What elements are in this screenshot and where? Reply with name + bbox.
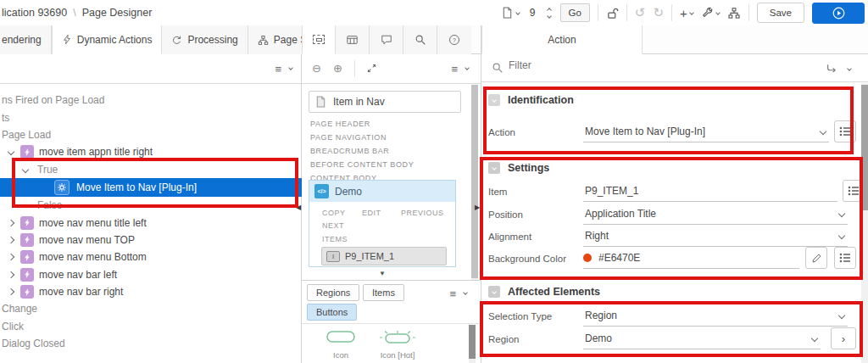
chevron-down-icon[interactable] <box>463 290 468 295</box>
undo-button[interactable]: ↺ <box>635 5 646 20</box>
gallery-scrollbar[interactable] <box>469 325 476 363</box>
zoom-out-icon[interactable]: ⊖ <box>312 62 321 75</box>
chevron-right-icon[interactable] <box>8 288 14 295</box>
tab-processing[interactable]: Processing <box>162 25 248 54</box>
gallery-scrollbar-thumb[interactable] <box>469 325 476 359</box>
tab-search[interactable] <box>403 25 437 54</box>
action-select[interactable]: Move Item to Nav [Plug-In] <box>583 120 829 142</box>
slot-page-header[interactable]: PAGE HEADER <box>310 120 370 128</box>
redo-button[interactable]: ↻ <box>653 5 664 20</box>
region-action-next[interactable]: NEXT <box>322 221 344 230</box>
tree-branch-true[interactable]: True <box>0 161 302 178</box>
menu-icon[interactable]: ≡ <box>451 63 457 75</box>
tab-action[interactable]: Action <box>481 25 643 54</box>
chevron-down-icon[interactable] <box>22 166 29 173</box>
layout-scrollbar[interactable] <box>471 85 478 280</box>
tree-item-move-nav-bar-right[interactable]: move nav bar right <box>0 283 302 300</box>
chevron-right-icon[interactable] <box>8 237 14 243</box>
gallery-tab-items[interactable]: Items <box>363 284 404 301</box>
page-title-box[interactable]: Item in Nav <box>309 91 461 113</box>
help-icon: ? <box>448 34 460 46</box>
lock-button[interactable] <box>606 7 619 20</box>
go-button[interactable]: Go <box>560 3 590 22</box>
page-icon <box>501 6 514 20</box>
chevron-right-icon[interactable] <box>8 219 14 226</box>
background-color-input[interactable]: #E6470E <box>583 247 799 269</box>
chevron-down-icon <box>820 128 826 135</box>
section-settings[interactable]: Settings <box>488 159 549 176</box>
section-affected-elements[interactable]: Affected Elements <box>488 283 600 300</box>
slot-breadcrumb-bar[interactable]: BREADCRUMB BAR <box>310 147 389 155</box>
chevron-down-icon[interactable] <box>8 148 14 155</box>
field-action: Action Move Item to Nav [Plug-In] <box>481 120 868 144</box>
go-to-region-button[interactable]: › <box>831 327 856 349</box>
property-scrollbar[interactable] <box>861 83 868 363</box>
save-button[interactable]: Save <box>757 3 804 23</box>
slot-before-content-body[interactable]: BEFORE CONTENT BODY <box>310 160 414 169</box>
region-select[interactable]: Demo <box>583 327 821 349</box>
layout-scrollbar-thumb[interactable] <box>471 85 478 278</box>
scroll-down-indicator[interactable]: ▼ <box>302 270 463 277</box>
field-label: Item <box>488 187 581 197</box>
tab-rendering[interactable]: endering <box>0 25 52 54</box>
go-to-group-icon[interactable] <box>826 63 837 75</box>
tree-item-move-item-to-nav-selected[interactable]: Move Item to Nav [Plug-In] <box>0 178 302 197</box>
collapse-right-panel-handle[interactable]: ▶ <box>475 204 480 211</box>
tree-item-move-item-appn-title-right[interactable]: move item appn title right <box>0 143 302 160</box>
color-picker-button[interactable] <box>805 247 827 269</box>
chevron-down-icon[interactable] <box>465 65 470 70</box>
background-color-menu-button[interactable] <box>834 247 856 269</box>
list-menu-icon <box>839 126 851 137</box>
region-action-previous[interactable]: PREVIOUS <box>401 209 444 217</box>
zoom-in-icon[interactable]: ⊕ <box>333 62 342 75</box>
region-action-copy[interactable]: COPY <box>322 209 346 217</box>
tab-comments[interactable] <box>370 25 403 54</box>
tree-item-label: Move Item to Nav [Plug-In] <box>76 182 197 193</box>
region-demo[interactable]: </> Demo COPY EDIT PREVIOUS NEXT ITEMS I… <box>309 180 456 267</box>
menu-icon[interactable]: ≡ <box>275 63 281 75</box>
menu-icon[interactable]: ≡ <box>449 288 455 300</box>
slot-page-navigation[interactable]: PAGE NAVIGATION <box>310 133 387 142</box>
page-number-input[interactable]: 9 <box>527 7 538 19</box>
tab-help[interactable]: ? <box>437 25 471 54</box>
region-action-edit[interactable]: EDIT <box>362 209 381 217</box>
utilities-menu-button[interactable] <box>701 7 720 20</box>
collapse-icon[interactable] <box>488 94 500 106</box>
run-page-button[interactable] <box>812 3 865 24</box>
position-select[interactable]: Application Title <box>583 203 848 225</box>
tree-item-move-nav-bar-left[interactable]: move nav bar left <box>0 266 302 283</box>
action-menu-button[interactable] <box>834 120 856 142</box>
page-number-stepper[interactable] <box>546 8 553 18</box>
collapse-icon[interactable] <box>488 162 500 174</box>
filter-input[interactable] <box>509 59 763 71</box>
gallery-item-icon-button[interactable]: Icon <box>311 330 370 360</box>
collapse-icon[interactable] <box>488 286 500 298</box>
breadcrumb-app[interactable]: lication 93690 <box>2 7 67 19</box>
chevron-down-icon[interactable] <box>847 66 852 71</box>
tab-gallery[interactable] <box>336 25 370 54</box>
tree-item-move-nav-menu-title-left[interactable]: move nav menu title left <box>0 214 302 231</box>
tree-branch-false[interactable]: False <box>0 197 302 214</box>
tree-item-move-nav-menu-bottom[interactable]: move nav menu Bottom <box>0 249 302 265</box>
page-selector-button[interactable] <box>501 6 520 20</box>
chevron-right-icon[interactable] <box>8 271 14 277</box>
gallery-tab-regions[interactable]: Regions <box>307 284 359 301</box>
property-scrollbar-thumb[interactable] <box>861 85 868 210</box>
alignment-select[interactable]: Right <box>583 225 848 247</box>
region-header[interactable]: </> Demo <box>309 181 455 202</box>
chevron-right-icon[interactable] <box>8 254 14 260</box>
selection-type-select[interactable]: Region <box>583 304 848 327</box>
gallery-tab-buttons[interactable]: Buttons <box>307 304 357 321</box>
expand-icon[interactable] <box>366 63 377 76</box>
shared-components-button[interactable] <box>727 7 741 20</box>
tree-item-move-nav-menu-top[interactable]: move nav menu TOP <box>0 232 302 249</box>
tab-layout[interactable] <box>302 25 336 54</box>
gallery-item-icon-hot-button[interactable]: Icon [Hot] <box>368 330 427 360</box>
chevron-down-icon[interactable] <box>288 65 293 70</box>
collapse-left-panel-handle[interactable]: ◀ <box>296 204 301 211</box>
create-menu-button[interactable]: + <box>680 6 693 20</box>
item-p9-item-1[interactable]: I P9_ITEM_1 <box>321 247 447 265</box>
section-identification[interactable]: Identification <box>488 92 574 109</box>
item-input[interactable]: P9_ITEM_1 <box>583 180 837 202</box>
tab-dynamic-actions[interactable]: Dynamic Actions <box>52 25 163 54</box>
